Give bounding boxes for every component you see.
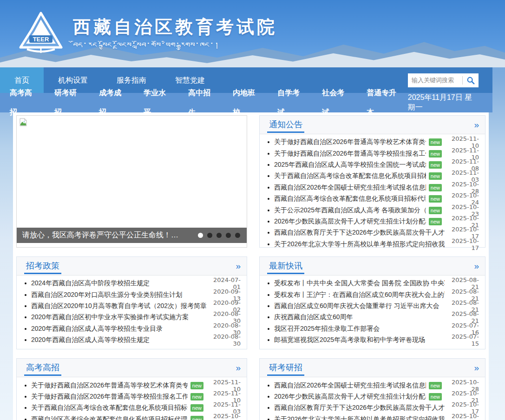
- item-title[interactable]: 西藏自治区高考综合改革配套信息化系统项目招标代理机构评选公告: [274, 195, 426, 203]
- item-title[interactable]: 关于2026年北京大学等十所高校以单考单招形式定向招收我区在职…: [274, 240, 445, 249]
- bullet-icon: [268, 305, 269, 307]
- carousel-caption[interactable]: 请放心，我区高考评卷严守公平公正生命线！…: [17, 230, 198, 240]
- item-date: 2025-10-17: [445, 237, 479, 251]
- latest-news-more-icon[interactable]: »: [474, 260, 479, 272]
- policies-title[interactable]: 招考政策: [24, 257, 61, 274]
- list-item[interactable]: 2020年西藏自治区成人高等学校招生规定 new 2020-08-30: [23, 335, 241, 346]
- bullet-icon: [268, 164, 269, 166]
- item-date: 2020-08-30: [206, 333, 241, 347]
- new-badge: new: [429, 184, 442, 191]
- bullet-icon: [25, 339, 26, 341]
- item-title[interactable]: 关于西藏自治区高考综合改革配套信息化系统项目招标代理机构评…: [274, 172, 426, 180]
- item-title[interactable]: 2020年西藏自治区初中学业水平实验操作考试实施方案: [31, 313, 206, 322]
- search-input[interactable]: [408, 77, 462, 84]
- new-badge: new: [429, 161, 442, 169]
- carousel-caption-bar: 请放心，我区高考评卷严守公平公正生命线！…: [17, 228, 247, 243]
- news-carousel[interactable]: 请放心，我区高考评卷严守公平公正生命线！…: [16, 115, 247, 248]
- item-title[interactable]: 2020年西藏自治区成人高等学校招生专业目录: [31, 325, 206, 333]
- item-date: 2025-10-24: [206, 413, 241, 420]
- bullet-icon: [25, 407, 26, 409]
- policies-card: 招考政策 » 2024年西藏自治区高中阶段学校招生规定 new 2024-07-…: [16, 256, 247, 349]
- item-title[interactable]: 2020年西藏自治区成人高等学校招生规定: [31, 336, 206, 344]
- item-title[interactable]: 西藏自治区2020年对口高职生源分专业类别招生计划: [31, 291, 206, 299]
- site-banner: TEER 西藏自治区教育考试院 བོད་རང་སྐྱོང་ལྗོངས་སློབ་…: [0, 0, 505, 67]
- item-title[interactable]: 我区召开2025年招生录取工作部署会: [274, 325, 445, 333]
- item-title[interactable]: 受权发布丨中共中央 全国人大常委会 国务院 全国政协 中央军委关…: [274, 279, 445, 288]
- bullet-icon: [268, 385, 269, 387]
- item-title[interactable]: 关于做好西藏自治区2026年普通高等学校艺术体育类专业考试招生…: [274, 138, 426, 146]
- new-badge: new: [429, 382, 442, 389]
- item-title[interactable]: 关于2026年北京大学等十所高校以单考单招形式定向招收我区在职…: [274, 415, 445, 420]
- carousel-dot[interactable]: [216, 233, 222, 238]
- gaokao-card: 高考高招 » 关于做好西藏自治区2026年普通高等学校艺术体育类专业考试招生… …: [16, 358, 247, 420]
- search-button[interactable]: [463, 73, 479, 87]
- yankao-card: 研考研招 » 西藏自治区2026年全国硕士研究生招生考试报名信息网上确认时间… …: [259, 358, 485, 420]
- item-title[interactable]: 西藏自治区高考综合改革配套信息化系统项目招标代理机构评选公告: [31, 415, 188, 420]
- notices-card: 通知公告 » 关于做好西藏自治区2026年普通高等学校艺术体育类专业考试招生… …: [259, 115, 485, 248]
- list-item[interactable]: 关于2026年北京大学等十所高校以单考单招形式定向招收我区在职… new 202…: [266, 239, 479, 250]
- item-title[interactable]: 西藏自治区2020年10月高等教育自学考试（202次）报考简章: [31, 302, 206, 310]
- new-badge: new: [429, 393, 442, 400]
- latest-news-title[interactable]: 最新快讯: [267, 257, 304, 274]
- item-title[interactable]: 受权发布丨王沪宁：在西藏自治区成立60周年庆祝大会上的讲话: [274, 291, 445, 299]
- item-title[interactable]: 西藏自治区教育厅关于下达2026年少数民族高层次骨干人才计划硕…: [274, 229, 445, 237]
- item-title[interactable]: 西藏自治区2026年全国硕士研究生招生考试报名信息网上确认时间…: [274, 381, 426, 390]
- bullet-icon: [268, 328, 269, 330]
- item-title[interactable]: 庆祝西藏自治区成立60周年: [274, 313, 445, 322]
- item-title[interactable]: 西藏自治区2026年全国硕士研究生招生考试报名信息网上确认时间…: [274, 184, 426, 192]
- item-title[interactable]: 郎福宽巡视我区2025年高考录取和初中学考评卷现场: [274, 336, 445, 344]
- list-item[interactable]: 西藏自治区高考综合改革配套信息化系统项目招标代理机构评选公告 new 2025-…: [23, 414, 241, 420]
- bullet-icon: [268, 187, 269, 189]
- yankao-title[interactable]: 研考研招: [267, 359, 304, 376]
- new-badge: new: [429, 218, 442, 225]
- policies-more-icon[interactable]: »: [236, 260, 241, 272]
- notices-more-icon[interactable]: »: [474, 119, 479, 131]
- mountain-logo-icon: TEER: [17, 11, 66, 55]
- item-title[interactable]: 2026年少数民族高层次骨干人才研究生招生计划分配表: [274, 393, 426, 401]
- bullet-icon: [268, 175, 269, 177]
- carousel-dot[interactable]: [207, 233, 212, 238]
- item-title[interactable]: 关于做好西藏自治区2026年普通高等学校艺术体育类专业考试招生…: [31, 381, 188, 390]
- site-title-tibetan: བོད་རང་སྐྱོང་ལྗོངས་སློབ་གསོ་ཡིག་རྒྱུགས་ཁ…: [73, 41, 277, 51]
- bullet-icon: [268, 243, 269, 245]
- item-date: 2025-07-15: [445, 333, 479, 347]
- bullet-icon: [268, 153, 269, 155]
- notices-title[interactable]: 通知公告: [267, 116, 304, 133]
- list-item[interactable]: 关于2026年北京大学等十所高校以单考单招形式定向招收我区在职… new 202…: [266, 414, 479, 420]
- new-badge: new: [429, 138, 442, 146]
- new-badge: new: [429, 150, 442, 158]
- bullet-icon: [268, 221, 269, 223]
- gaokao-title[interactable]: 高考高招: [24, 359, 61, 376]
- new-badge: new: [429, 195, 442, 203]
- bullet-icon: [25, 294, 26, 296]
- item-title[interactable]: 关于公示2025年西藏自治区成人高考 各项政策加分（含免试）的…: [274, 206, 426, 215]
- bullet-icon: [268, 198, 269, 200]
- new-badge: new: [429, 172, 442, 180]
- carousel-dot[interactable]: [235, 233, 240, 238]
- item-title[interactable]: 关于西藏自治区高考综合改革配套信息化系统项目招标代理机构评…: [31, 404, 188, 412]
- item-title[interactable]: 关于做好西藏自治区2026年普通高等学校招生报名工作的通知: [274, 150, 426, 158]
- item-title[interactable]: 西藏自治区教育厅关于下达2026年少数民族高层次骨干人才计划硕…: [274, 404, 445, 412]
- bullet-icon: [268, 282, 269, 284]
- yankao-more-icon[interactable]: »: [474, 362, 479, 374]
- broken-image-icon: [19, 118, 27, 126]
- bullet-icon: [25, 328, 26, 330]
- latest-news-card: 最新快讯 » 受权发布丨中共中央 全国人大常委会 国务院 全国政协 中央军委关……: [259, 256, 485, 349]
- carousel-dot[interactable]: [226, 233, 231, 238]
- bullet-icon: [268, 210, 269, 211]
- item-title[interactable]: 关于做好西藏自治区2026年普通高等学校招生报名工作的通知: [31, 393, 188, 401]
- list-item[interactable]: 郎福宽巡视我区2025年高考录取和初中学考评卷现场 new 2025-07-15: [266, 335, 479, 346]
- bullet-icon: [268, 232, 269, 234]
- item-title[interactable]: 2025年西藏自治区成人高等学校招生全国统一考试成绩公布和复查…: [274, 161, 426, 169]
- item-title[interactable]: 2024年西藏自治区高中阶段学校招生规定: [31, 279, 206, 288]
- site-title-chinese: 西藏自治区教育考试院: [73, 15, 277, 39]
- bullet-icon: [268, 316, 269, 318]
- item-title[interactable]: 西藏自治区成立60周年庆祝大会隆重举行 习近平出席大会: [274, 302, 445, 310]
- search-box: [408, 73, 479, 87]
- item-title[interactable]: 2026年少数民族高层次骨干人才研究生招生计划分配表: [274, 217, 426, 226]
- carousel-dot[interactable]: [198, 233, 203, 238]
- gaokao-more-icon[interactable]: »: [236, 362, 241, 374]
- site-logo-block[interactable]: TEER 西藏自治区教育考试院 བོད་རང་སྐྱོང་ལྗོངས་སློབ་…: [17, 11, 277, 55]
- new-badge: new: [190, 393, 203, 400]
- item-date: 2025-10-17: [445, 413, 479, 420]
